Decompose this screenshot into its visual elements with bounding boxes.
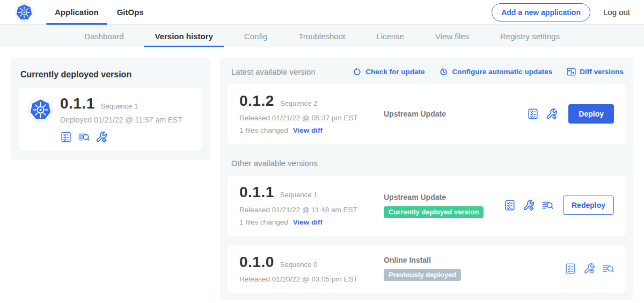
version-row-0-1-0: 0.1.0 Sequence 0 Released 01/20/22 @ 03:…: [228, 246, 626, 293]
edit-config-icon[interactable]: [96, 131, 107, 143]
version-sequence: Sequence 1: [280, 191, 317, 199]
kubernetes-logo-icon: [14, 3, 34, 22]
tab-application[interactable]: Application: [46, 0, 108, 25]
files-changed-label: 1 files changed: [239, 126, 288, 134]
deployed-timestamp: Deployed 01/21/22 @ 11:57 am EST: [60, 116, 182, 124]
deploy-button[interactable]: Deploy: [568, 104, 614, 124]
logout-link[interactable]: Log out: [603, 8, 630, 17]
subtab-dashboard[interactable]: Dashboard: [69, 25, 139, 47]
version-number: 0.1.0: [239, 254, 274, 270]
view-diff-link[interactable]: View diff: [293, 218, 323, 226]
version-source-label: Upstream Update: [384, 193, 504, 201]
view-config-icon[interactable]: [583, 263, 595, 275]
deploy-logs-icon[interactable]: [541, 199, 553, 211]
release-notes-icon[interactable]: [504, 199, 516, 211]
deployed-version-card: 0.1.1 Sequence 1 Deployed 01/21/22 @ 11:…: [19, 88, 202, 151]
latest-available-title: Latest available version: [231, 67, 316, 76]
version-row-0-1-1: 0.1.1 Sequence 1 Released 01/21/22 @ 11:…: [228, 176, 626, 235]
check-for-update-link[interactable]: Check for update: [353, 67, 425, 76]
primary-nav: Application GitOps: [46, 0, 153, 25]
currently-deployed-panel: Currently deployed version: [11, 57, 210, 160]
add-application-button[interactable]: Add a new application: [492, 3, 590, 21]
edit-config-icon[interactable]: [523, 199, 535, 211]
other-available-versions-title: Other available versions: [231, 158, 622, 168]
previously-deployed-badge: Previously deployed: [384, 269, 461, 281]
subtab-version-history[interactable]: Version history: [139, 25, 228, 47]
available-versions-panel: Latest available version Check for updat…: [220, 57, 633, 300]
deployed-panel-title: Currently deployed version: [20, 70, 201, 80]
version-source-label: Upstream Update: [384, 110, 527, 118]
tab-gitops[interactable]: GitOps: [108, 0, 153, 25]
release-notes-icon[interactable]: [527, 108, 539, 120]
app-sub-nav: Dashboard Version history Config Trouble…: [0, 25, 644, 47]
kubernetes-logo-icon: [28, 96, 53, 143]
version-sequence: Sequence 0: [280, 261, 317, 269]
version-history-page: Currently deployed version: [0, 47, 644, 303]
files-changed-label: 1 files changed: [239, 218, 288, 226]
view-diff-link[interactable]: View diff: [293, 126, 323, 134]
edit-config-icon[interactable]: [546, 108, 558, 120]
subtab-view-files[interactable]: View files: [420, 25, 485, 47]
schedule-update-icon: [439, 67, 448, 76]
redeploy-button[interactable]: Redeploy: [563, 196, 614, 215]
release-timestamp: Released 01/20/22 @ 03:05 pm EST: [239, 275, 376, 283]
version-number: 0.1.1: [239, 184, 274, 200]
deploy-logs-icon[interactable]: [602, 263, 614, 275]
diff-versions-link[interactable]: Diff versions: [567, 67, 624, 76]
top-bar: Application GitOps Add a new application…: [0, 0, 644, 25]
version-number: 0.1.2: [239, 93, 274, 109]
deploy-logs-icon[interactable]: [78, 131, 90, 143]
deployed-version-number: 0.1.1: [60, 96, 95, 111]
release-notes-icon[interactable]: [565, 263, 576, 275]
subtab-config[interactable]: Config: [229, 25, 283, 47]
release-timestamp: Released 01/21/22 @ 05:37 pm EST: [239, 114, 376, 122]
version-row-0-1-2: 0.1.2 Sequence 2 Released 01/21/22 @ 05:…: [228, 84, 626, 144]
subtab-license[interactable]: License: [361, 25, 420, 47]
subtab-troubleshoot[interactable]: Troubleshoot: [283, 25, 361, 47]
diff-icon: [567, 67, 576, 76]
release-timestamp: Released 01/21/22 @ 11:48 am EST: [239, 206, 376, 214]
release-notes-icon[interactable]: [60, 131, 72, 143]
deployed-sequence: Sequence 1: [101, 102, 138, 110]
currently-deployed-badge: Currently deployed version: [384, 206, 484, 218]
version-sequence: Sequence 2: [280, 99, 317, 107]
refresh-icon: [353, 67, 362, 76]
configure-automatic-updates-link[interactable]: Configure automatic updates: [439, 67, 552, 76]
subtab-registry-settings[interactable]: Registry settings: [485, 25, 575, 47]
version-source-label: Online Install: [384, 256, 565, 264]
